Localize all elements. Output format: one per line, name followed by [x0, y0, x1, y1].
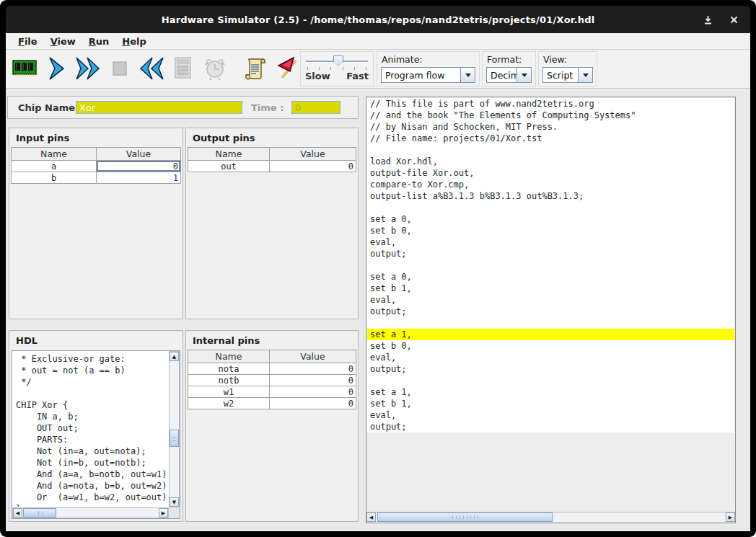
view-dropdown-button[interactable]	[578, 68, 592, 82]
chip-name-field[interactable]: Xor	[76, 101, 242, 114]
input-pin-b-name[interactable]: b	[12, 172, 97, 184]
stop-button[interactable]	[104, 52, 136, 85]
speed-slider[interactable]	[304, 53, 369, 71]
run-button[interactable]	[72, 52, 104, 85]
input-pin-a-name[interactable]: a	[12, 161, 97, 172]
content-area: Chip Name : Xor Time : 0 Input pins Name…	[6, 89, 750, 531]
animate-label: Animate:	[382, 54, 475, 65]
script-code: // This file is part of www.nand2tetris.…	[367, 98, 734, 511]
script-line-1: // and the book "The Elements of Computi…	[367, 110, 734, 121]
close-icon	[729, 15, 739, 25]
hdl-hscroll-thumb[interactable]	[23, 508, 56, 518]
toolbar-buttons	[9, 52, 304, 85]
hdl-line-9: Not (in=b, out=notb);	[16, 457, 168, 469]
chip-name-bar: Chip Name : Xor Time : 0	[7, 96, 359, 119]
view-label: View:	[543, 54, 593, 65]
script-line-24	[367, 375, 734, 386]
view-combobox[interactable]: Script	[542, 67, 593, 83]
clock-icon	[201, 54, 229, 83]
output-pins-table: Name Value out 0	[188, 147, 356, 172]
menu-run[interactable]: Run	[82, 34, 116, 49]
menu-bar: File View Run Help	[6, 33, 750, 50]
hdl-horizontal-scrollbar[interactable]: ◀ ▶	[12, 507, 169, 518]
menu-help[interactable]: Help	[115, 34, 152, 49]
hdl-code: * Exclusive-or gate: * out = not (a == b…	[13, 352, 168, 507]
format-label: Format:	[487, 54, 532, 65]
script-line-27: eval,	[367, 409, 734, 421]
internal-pin-w2-value: 0	[270, 398, 356, 409]
output-pin-out-value: 0	[270, 161, 356, 172]
hdl-line-11: And (a=nota, b=b, out=w2);	[16, 480, 168, 492]
format-group: Format: Decimal	[482, 51, 536, 86]
single-step-button[interactable]	[40, 52, 72, 85]
scroll-left-button[interactable]: ◀	[13, 508, 22, 518]
hdl-code-area: * Exclusive-or gate: * out = not (a == b…	[12, 350, 180, 519]
hdl-line-4: CHIP Xor {	[16, 399, 168, 411]
minimize-icon	[703, 14, 713, 25]
breakpoints-button[interactable]	[272, 52, 304, 85]
format-dropdown-button[interactable]	[517, 68, 531, 82]
input-pins-table: Name Value a 0 b 1	[11, 147, 181, 184]
internal-pins-header-name[interactable]: Name	[188, 350, 270, 363]
close-button[interactable]	[721, 6, 746, 33]
input-pin-b-value[interactable]: 1	[97, 172, 181, 184]
output-pins-header-value[interactable]: Value	[270, 148, 356, 161]
hdl-line-7: PARTS:	[16, 434, 168, 445]
script-line-14	[367, 259, 734, 271]
hdl-line-13: }	[16, 503, 168, 507]
internal-pin-notb-name[interactable]: notb	[188, 375, 270, 386]
internal-pin-nota-name[interactable]: nota	[188, 363, 270, 375]
hdl-vscroll-thumb[interactable]	[170, 430, 179, 447]
animate-dropdown-button[interactable]	[460, 68, 475, 82]
internal-pin-w2-name[interactable]: w2	[188, 398, 270, 409]
script-line-25: set a 1,	[367, 386, 734, 398]
format-combobox[interactable]: Decimal	[486, 67, 532, 83]
output-pins-header-name[interactable]: Name	[188, 148, 270, 161]
calculator-icon	[169, 54, 198, 83]
input-pins-header-value[interactable]: Value	[97, 148, 181, 161]
input-pins-title: Input pins	[9, 128, 183, 147]
script-horizontal-scrollbar[interactable]: ◀ ▶	[366, 512, 735, 523]
fast-forward-icon	[73, 54, 103, 83]
internal-pins-header-value[interactable]: Value	[270, 350, 356, 363]
load-chip-button[interactable]	[9, 52, 40, 85]
internal-pin-row-nota: nota 0	[188, 363, 356, 375]
red-flag-icon	[273, 54, 302, 83]
load-script-button[interactable]	[240, 52, 272, 85]
script-line-19	[367, 317, 734, 329]
output-pin-out-name[interactable]: out	[188, 161, 270, 172]
hdl-vertical-scrollbar[interactable]: ▲ ▼	[169, 351, 180, 507]
clock-button[interactable]	[199, 52, 231, 85]
script-line-2: // by Nisan and Schocken, MIT Press.	[367, 121, 734, 133]
input-pin-row-a: a 0	[12, 161, 181, 172]
menu-file[interactable]: File	[12, 34, 44, 49]
menu-view[interactable]: View	[44, 34, 82, 49]
hardware-simulator-window: Hardware Simulator (2.5) - /home/thomas/…	[0, 0, 756, 537]
hdl-panel: HDL * Exclusive-or gate: * out = not (a …	[9, 330, 183, 522]
slider-fast-label: Fast	[346, 71, 369, 81]
reset-button[interactable]	[136, 52, 167, 85]
slider-thumb[interactable]	[333, 56, 343, 66]
animate-combobox[interactable]: Program flow	[381, 67, 475, 83]
input-pin-a-value[interactable]: 0	[97, 161, 181, 172]
scroll-right-button[interactable]: ▶	[159, 508, 168, 518]
scrollbar-corner	[169, 507, 180, 518]
hdl-line-2: */	[16, 376, 168, 388]
script-line-23: output;	[367, 363, 734, 375]
script-hscroll-thumb[interactable]	[377, 512, 553, 522]
internal-pins-panel: Internal pins Name Value nota 0 notb 0	[185, 330, 359, 522]
scroll-down-button[interactable]: ▼	[170, 497, 179, 507]
scroll-up-button[interactable]: ▲	[170, 352, 179, 361]
title-bar[interactable]: Hardware Simulator (2.5) - /home/thomas/…	[6, 6, 750, 33]
slider-slow-label: Slow	[305, 71, 330, 81]
internal-pin-nota-value: 0	[270, 363, 356, 375]
internal-pin-w1-name[interactable]: w1	[188, 386, 270, 398]
script-line-4	[367, 144, 734, 156]
calculator-button[interactable]	[167, 52, 199, 85]
input-pins-header-name[interactable]: Name	[12, 148, 97, 161]
scroll-right-button[interactable]: ▶	[726, 512, 735, 522]
animate-group: Animate: Program flow	[377, 51, 480, 86]
minimize-button[interactable]	[695, 6, 720, 33]
scroll-left-button[interactable]: ◀	[366, 512, 376, 522]
toolbar: Slow Fast Animate: Program flow Format: …	[6, 50, 750, 89]
